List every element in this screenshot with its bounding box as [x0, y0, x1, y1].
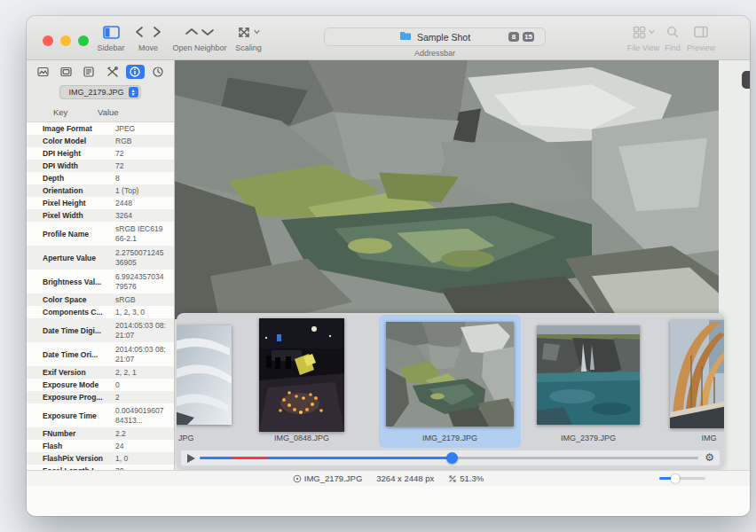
table-row[interactable]: DPI Height72 [27, 147, 174, 160]
key-column-header: Key [27, 107, 98, 117]
table-row[interactable]: Aperture Value2.275007124536905 [27, 246, 174, 270]
move-label: Move [125, 43, 171, 52]
status-bar: IMG_2179.JPG 3264 x 2448 px 51.3% [27, 470, 750, 486]
edge-panel-handle[interactable] [742, 71, 750, 89]
tab-tools[interactable] [103, 65, 122, 79]
status-dimensions-item: 3264 x 2448 px [376, 473, 434, 483]
status-zoom-level: 51.3% [460, 473, 484, 483]
table-row[interactable]: Exif Version2, 2, 1 [27, 366, 174, 379]
table-row[interactable]: Pixel Height2448 [27, 197, 174, 209]
main-image[interactable] [175, 60, 719, 319]
traffic-lights [43, 35, 89, 46]
zoom-button[interactable] [78, 35, 89, 46]
tab-gallery[interactable] [57, 65, 75, 79]
thumbnail-label: IMG_2379.JPG [537, 434, 640, 442]
table-row[interactable]: FNumber2.2 [27, 427, 174, 440]
window-footer [27, 486, 750, 516]
current-index-badge: 8 [508, 32, 519, 42]
thumbnail-night-candles[interactable] [259, 318, 344, 432]
addressbar[interactable]: Sample Shot 8 15 [324, 27, 546, 46]
table-row[interactable]: Profile NamesRGB IEC61966-2.1 [27, 222, 174, 246]
zoom-slider[interactable] [659, 477, 705, 480]
thumbnail-label: IMG [656, 434, 724, 442]
table-row[interactable]: Pixel Width3264 [27, 209, 174, 222]
table-row[interactable]: Flash24 [27, 440, 174, 452]
scaling-button[interactable]: Scaling [227, 21, 270, 52]
gear-icon[interactable]: ⚙ [705, 451, 714, 464]
status-filename-item: IMG_2179.JPG [293, 473, 362, 483]
app-window: Sidebar Move Open Neighbor Scaling [27, 16, 750, 516]
table-row[interactable]: Image FormatJPEG [27, 122, 174, 135]
scrubber-track[interactable] [200, 457, 698, 459]
filmstrip-panel: JPG IMG_0848.JPG IMG_2179.JPG IMG_2379.J… [177, 313, 724, 470]
titlebar: Sidebar Move Open Neighbor Scaling [27, 16, 750, 60]
close-button[interactable] [43, 35, 53, 46]
move-button[interactable]: Move [125, 21, 171, 52]
thumbnail-label: JPG [178, 434, 214, 442]
table-row[interactable]: Depth8 [27, 172, 174, 184]
table-row[interactable]: Orientation1 (Top) [27, 184, 174, 197]
scaling-label: Scaling [227, 43, 270, 52]
file-selector-dropdown[interactable]: IMG_2179.JPG ▲▼ [59, 85, 140, 99]
zoom-scale-icon [448, 474, 457, 483]
preview-panel-icon [681, 21, 721, 43]
table-row[interactable]: Color SpacesRGB [27, 293, 174, 306]
move-arrows-icon [125, 21, 171, 43]
thumbnail-waterfall[interactable] [537, 325, 640, 425]
preview-label: Preview [681, 43, 721, 52]
table-header: Key Value [27, 99, 174, 122]
open-neighbor-button[interactable]: Open Neighbor [166, 21, 233, 52]
folder-icon [399, 31, 412, 43]
minimize-button[interactable] [60, 35, 71, 46]
table-row[interactable]: Exposure Time0.004901960784313... [27, 403, 174, 427]
thumbnail-label: IMG_0848.JPG [259, 434, 344, 442]
addressbar-folder-name: Sample Shot [417, 32, 470, 43]
table-row[interactable]: Exposure Prog...2 [27, 391, 174, 403]
table-row[interactable]: DPI Width72 [27, 160, 174, 172]
scaling-icon [227, 21, 270, 43]
table-row[interactable]: Components C...1, 2, 3, 0 [27, 306, 174, 318]
thumbnail-bridge[interactable] [670, 320, 724, 428]
scrubber-knob[interactable] [446, 452, 458, 464]
slideshow-scrubber: ⚙ [180, 450, 721, 466]
scrubber-marked-range [232, 457, 267, 459]
play-icon[interactable] [187, 454, 195, 463]
thumbnail-rocks-selected[interactable] [386, 322, 514, 426]
file-stepper-icon: ▲▼ [129, 87, 138, 98]
file-selector-value: IMG_2179.JPG [68, 88, 123, 97]
status-dimensions: 3264 x 2448 px [376, 473, 434, 483]
open-neighbor-label: Open Neighbor [166, 43, 233, 52]
thumbnail-sky[interactable] [177, 325, 232, 425]
status-filename: IMG_2179.JPG [304, 473, 362, 483]
total-count-badge: 15 [523, 32, 534, 42]
addressbar-label: Addressbar [324, 49, 546, 58]
status-zoom-item: 51.3% [448, 473, 484, 483]
table-row[interactable]: Date Time Digi...2014:05:03 08:21:07 [27, 318, 174, 342]
table-row[interactable]: Date Time Ori...2014:05:03 08:21:07 [27, 342, 174, 366]
zoom-slider-knob[interactable] [671, 474, 680, 483]
tab-info[interactable] [126, 65, 145, 79]
value-column-header: Value [98, 107, 119, 117]
addressbar-badges: 8 15 [508, 32, 534, 42]
metadata-sidebar: IMG_2179.JPG ▲▼ Key Value Image FormatJP… [27, 60, 175, 470]
open-neighbor-icon [166, 21, 233, 43]
table-row[interactable]: Brightness Val...6.992435703479576 [27, 270, 174, 293]
thumbnail-label-selected: IMG_2179.JPG [379, 434, 521, 442]
table-row[interactable]: FlashPix Version1, 0 [27, 452, 174, 465]
table-row[interactable]: Exposure Mode0 [27, 379, 174, 391]
table-row[interactable]: Color ModelRGB [27, 135, 174, 147]
image-viewport: JPG IMG_0848.JPG IMG_2179.JPG IMG_2379.J… [175, 60, 750, 470]
tab-history[interactable] [149, 65, 168, 79]
sidebar-tab-bar [27, 60, 174, 79]
preview-button[interactable]: Preview [681, 21, 721, 52]
tab-list[interactable] [80, 65, 98, 79]
tab-image-info[interactable] [34, 65, 52, 79]
exif-table: Image FormatJPEG Color ModelRGB DPI Heig… [27, 122, 174, 477]
image-badge-icon [293, 474, 302, 483]
